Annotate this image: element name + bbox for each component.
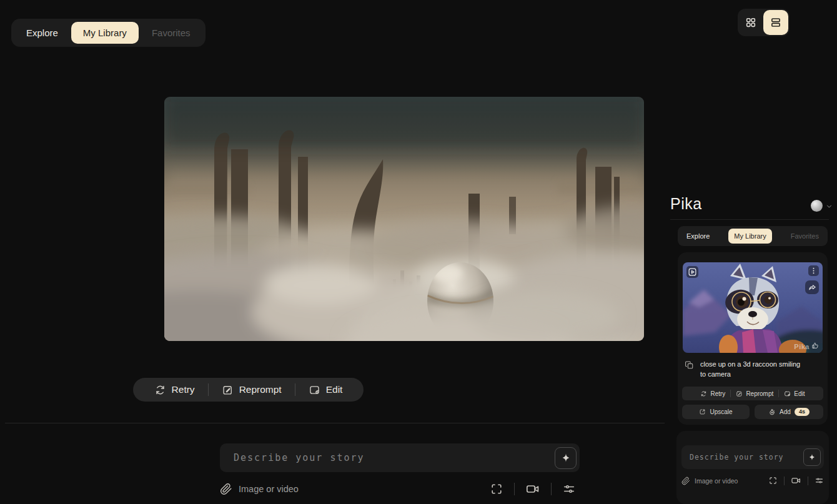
avatar[interactable] (811, 200, 823, 212)
view-toggle (738, 9, 790, 36)
reprompt-icon (736, 390, 743, 397)
panel-story-prompt-input[interactable] (688, 452, 803, 462)
edit-image-icon (309, 384, 320, 396)
panel-reprompt-button[interactable]: Reprompt (731, 387, 778, 400)
upscale-icon (699, 408, 706, 415)
camera-icon[interactable] (525, 482, 540, 497)
panel-header-divider (670, 219, 829, 220)
result-action-group: Retry Reprompt Edit (133, 378, 364, 402)
paperclip-icon[interactable] (681, 477, 690, 485)
card-menu-button[interactable] (808, 265, 819, 276)
pika-watermark: Pika (794, 343, 810, 350)
composer-toolbar: Image or video (220, 482, 580, 497)
panel-upscale-button[interactable]: Upscale (682, 405, 750, 419)
panel-reprompt-label: Reprompt (746, 390, 773, 397)
thumbs-up-icon[interactable] (811, 341, 820, 350)
panel-result-action-group: Retry Reprompt Edit (682, 387, 823, 400)
panel-tab-my-library[interactable]: My Library (728, 229, 771, 244)
retry-button[interactable]: Retry (141, 378, 208, 402)
tab-favorites[interactable]: Favorites (140, 22, 202, 44)
panel-story-composer (681, 445, 824, 469)
panel-composer-toolbar: Image or video (681, 475, 824, 486)
panel-add-label: Add (780, 408, 791, 415)
tab-explore[interactable]: Explore (14, 22, 70, 44)
share-icon (808, 283, 817, 292)
copy-prompt-icon[interactable] (685, 360, 694, 370)
camera-icon[interactable] (791, 475, 801, 486)
panel-attach-label[interactable]: Image or video (695, 477, 738, 485)
video-type-badge (686, 266, 698, 278)
panel-composer-card: Image or video (676, 431, 829, 504)
panel-library-tabbar: Explore My Library Favorites (678, 226, 828, 246)
panel-action-row-2: Upscale Add 4s (682, 405, 823, 419)
sparkle-icon (808, 453, 816, 462)
story-prompt-input[interactable] (232, 452, 555, 464)
pika-logo: Pika (670, 195, 702, 213)
retry-icon (700, 390, 707, 397)
generate-button[interactable] (555, 447, 577, 469)
panel-add-seconds-button[interactable]: Add 4s (755, 405, 823, 419)
divider (551, 483, 552, 495)
prompt-text: close up on a 3d raccoon smiling to came… (700, 360, 806, 380)
divider (808, 477, 808, 485)
panel-upscale-label: Upscale (710, 408, 732, 415)
retry-icon (154, 384, 166, 396)
kebab-menu-icon (810, 267, 818, 275)
settings-sliders-icon[interactable] (562, 482, 576, 496)
share-button[interactable] (805, 280, 819, 294)
timer-add-icon (768, 408, 776, 416)
divider (514, 483, 515, 495)
generated-video[interactable] (164, 97, 644, 341)
panel-retry-button[interactable]: Retry (695, 387, 730, 400)
aspect-ratio-icon[interactable] (768, 476, 778, 485)
panel-tab-explore[interactable]: Explore (681, 229, 715, 244)
play-badge-icon (688, 267, 697, 277)
chevron-down-icon[interactable] (825, 202, 833, 210)
panel-retry-label: Retry (710, 390, 725, 397)
reprompt-label: Reprompt (239, 384, 282, 395)
sparkle-icon (560, 452, 572, 463)
aspect-ratio-icon[interactable] (490, 482, 503, 496)
edit-button[interactable]: Edit (295, 378, 356, 402)
retry-label: Retry (172, 384, 195, 395)
library-card: Pika close up on a 3d raccoon smiling to… (678, 252, 828, 425)
prompt-row: close up on a 3d raccoon smiling to came… (685, 360, 821, 380)
settings-sliders-icon[interactable] (815, 476, 824, 485)
panel-duration-badge: 4s (795, 408, 810, 416)
paperclip-icon[interactable] (220, 483, 232, 495)
grid-view-button[interactable] (740, 11, 762, 34)
composer-divider (5, 423, 665, 423)
tab-my-library[interactable]: My Library (71, 22, 139, 44)
list-view-button[interactable] (764, 11, 788, 34)
edit-image-icon (784, 390, 791, 397)
divider (784, 477, 785, 485)
reprompt-icon (222, 384, 234, 396)
library-tabbar: Explore My Library Favorites (11, 19, 206, 47)
video-thumbnail[interactable]: Pika (683, 262, 823, 353)
panel-tab-favorites[interactable]: Favorites (785, 229, 825, 244)
grid-view-icon (745, 16, 757, 29)
list-view-icon (770, 16, 782, 29)
panel-edit-button[interactable]: Edit (779, 387, 810, 400)
panel-generate-button[interactable] (803, 448, 821, 466)
reprompt-button[interactable]: Reprompt (209, 378, 295, 402)
story-composer (220, 443, 580, 472)
panel-edit-label: Edit (794, 390, 805, 397)
attach-label[interactable]: Image or video (239, 484, 299, 494)
edit-label: Edit (326, 384, 343, 395)
